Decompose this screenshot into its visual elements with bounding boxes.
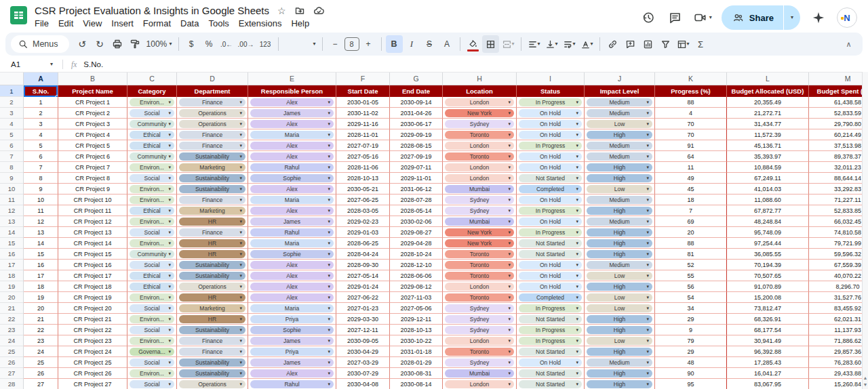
chip-caret-icon[interactable]: ▾ bbox=[328, 316, 330, 322]
cell[interactable]: 45 bbox=[655, 184, 727, 194]
chip-caret-icon[interactable]: ▾ bbox=[168, 295, 171, 300]
cell[interactable]: 6 bbox=[24, 151, 58, 162]
cell[interactable]: 31,527.76 bbox=[809, 292, 868, 303]
dropdown-chip[interactable]: On Hold▾ bbox=[519, 283, 582, 291]
cell[interactable]: 70,507.65 bbox=[727, 270, 809, 281]
dropdown-chip[interactable]: Toronto▾ bbox=[445, 131, 514, 139]
decrease-decimals-button[interactable]: .0← bbox=[218, 35, 235, 53]
table-header-cell[interactable]: Department bbox=[177, 85, 248, 97]
chip-caret-icon[interactable]: ▾ bbox=[508, 132, 511, 138]
row-header-7[interactable]: 7 bbox=[0, 151, 24, 162]
cell[interactable]: Not Started▾ bbox=[517, 249, 585, 260]
chip-caret-icon[interactable]: ▾ bbox=[576, 371, 578, 376]
chip-caret-icon[interactable]: ▾ bbox=[508, 306, 511, 311]
cell[interactable]: 2028-01-29 bbox=[390, 357, 443, 368]
chip-caret-icon[interactable]: ▾ bbox=[328, 327, 330, 333]
cell[interactable]: Not Started▾ bbox=[517, 379, 585, 389]
menu-data[interactable]: Data bbox=[176, 18, 203, 29]
cell[interactable]: 97,254.44 bbox=[727, 238, 809, 249]
cell[interactable]: 2030-07-29 bbox=[336, 368, 390, 379]
cell[interactable]: 7 bbox=[655, 205, 727, 216]
cell[interactable]: 60,214.49 bbox=[809, 129, 868, 140]
chip-caret-icon[interactable]: ▾ bbox=[239, 186, 242, 192]
cell[interactable]: On Hold▾ bbox=[517, 216, 585, 227]
cell[interactable]: CR Project 14 bbox=[58, 238, 127, 249]
cell[interactable]: Sydney▾ bbox=[443, 119, 517, 129]
cell[interactable]: Ethical▾ bbox=[127, 129, 177, 140]
dropdown-chip[interactable]: Social▾ bbox=[130, 380, 174, 388]
cell[interactable]: 89,378.37 bbox=[809, 151, 868, 162]
chip-caret-icon[interactable]: ▾ bbox=[576, 273, 578, 279]
chip-caret-icon[interactable]: ▾ bbox=[576, 197, 578, 203]
cell[interactable]: High▾ bbox=[585, 238, 655, 249]
dropdown-chip[interactable]: Alex▾ bbox=[250, 142, 334, 150]
dropdown-chip[interactable]: Social▾ bbox=[130, 326, 174, 334]
chip-caret-icon[interactable]: ▾ bbox=[168, 327, 171, 333]
cell[interactable]: 37,513.98 bbox=[809, 140, 868, 151]
column-header-G[interactable]: G bbox=[390, 73, 443, 85]
column-header-A[interactable]: A bbox=[24, 73, 58, 85]
cell[interactable]: 69 bbox=[655, 216, 727, 227]
cell[interactable]: Sydney▾ bbox=[443, 357, 517, 368]
row-header-25[interactable]: 25 bbox=[0, 346, 24, 357]
dropdown-chip[interactable]: Environ...▾ bbox=[130, 98, 174, 106]
cell[interactable]: Low▾ bbox=[585, 303, 655, 314]
cell[interactable]: 52 bbox=[655, 260, 727, 270]
formula-input[interactable]: S.No. bbox=[83, 60, 103, 68]
chip-caret-icon[interactable]: ▾ bbox=[508, 197, 511, 203]
chip-caret-icon[interactable]: ▾ bbox=[239, 241, 242, 246]
cell[interactable]: 29,790.80 bbox=[809, 119, 868, 129]
cell[interactable]: Mumbai▾ bbox=[443, 184, 517, 194]
menu-format[interactable]: Format bbox=[138, 18, 176, 29]
dropdown-chip[interactable]: Finance▾ bbox=[179, 196, 245, 204]
row-header-13[interactable]: 13 bbox=[0, 216, 24, 227]
dropdown-chip[interactable]: James▾ bbox=[250, 109, 334, 117]
cell[interactable]: Alex▾ bbox=[248, 281, 336, 292]
cell[interactable]: 2031-06-12 bbox=[390, 184, 443, 194]
cell[interactable]: 23 bbox=[24, 335, 58, 346]
chip-caret-icon[interactable]: ▾ bbox=[328, 165, 330, 170]
cell[interactable]: 79 bbox=[655, 335, 727, 346]
dropdown-chip[interactable]: Maria▾ bbox=[250, 196, 334, 204]
cell[interactable]: 12 bbox=[24, 216, 58, 227]
chip-caret-icon[interactable]: ▾ bbox=[646, 176, 649, 181]
cell[interactable]: 25 bbox=[24, 357, 58, 368]
sheets-logo-icon[interactable] bbox=[9, 6, 28, 24]
chip-caret-icon[interactable]: ▾ bbox=[168, 273, 171, 279]
chip-caret-icon[interactable]: ▾ bbox=[168, 165, 171, 170]
cell[interactable]: 9 bbox=[655, 325, 727, 335]
cell[interactable]: New York▾ bbox=[443, 108, 517, 119]
chip-caret-icon[interactable]: ▾ bbox=[328, 251, 330, 257]
vertical-align-button[interactable]: ▾ bbox=[543, 35, 560, 53]
dropdown-chip[interactable]: Medium▾ bbox=[587, 196, 652, 204]
column-header-D[interactable]: D bbox=[177, 73, 248, 85]
cell[interactable]: In Progress▾ bbox=[517, 205, 585, 216]
chip-caret-icon[interactable]: ▾ bbox=[239, 360, 242, 365]
chip-caret-icon[interactable]: ▾ bbox=[508, 176, 511, 181]
cell[interactable]: On Hold▾ bbox=[517, 162, 585, 173]
dropdown-chip[interactable]: Low▾ bbox=[587, 337, 652, 345]
cell[interactable]: 88,644.14 bbox=[809, 173, 868, 184]
cell[interactable]: 20,355.49 bbox=[727, 97, 809, 108]
chip-caret-icon[interactable]: ▾ bbox=[168, 338, 171, 344]
cell[interactable]: Marketing▾ bbox=[177, 205, 248, 216]
chip-caret-icon[interactable]: ▾ bbox=[576, 219, 578, 224]
menu-insert[interactable]: Insert bbox=[106, 18, 138, 29]
cell[interactable]: 2028-10-13 bbox=[336, 173, 390, 184]
cell[interactable]: 2030-10-22 bbox=[390, 335, 443, 346]
borders-button[interactable] bbox=[482, 35, 499, 53]
cell[interactable]: 45,136.71 bbox=[727, 140, 809, 151]
chip-caret-icon[interactable]: ▾ bbox=[328, 197, 330, 203]
dropdown-chip[interactable]: Not Started▾ bbox=[519, 174, 582, 182]
chip-caret-icon[interactable]: ▾ bbox=[239, 132, 242, 138]
chip-caret-icon[interactable]: ▾ bbox=[576, 208, 578, 213]
chip-caret-icon[interactable]: ▾ bbox=[328, 295, 330, 300]
cell[interactable]: 2028-06-06 bbox=[390, 270, 443, 281]
dropdown-chip[interactable]: Toronto▾ bbox=[445, 250, 514, 258]
row-header-8[interactable]: 8 bbox=[0, 162, 24, 173]
chip-caret-icon[interactable]: ▾ bbox=[328, 284, 330, 289]
cell[interactable]: CR Project 13 bbox=[58, 227, 127, 238]
dropdown-chip[interactable]: Alex▾ bbox=[250, 261, 334, 269]
cell[interactable]: Operations▾ bbox=[177, 119, 248, 129]
cell[interactable]: Environ...▾ bbox=[127, 97, 177, 108]
